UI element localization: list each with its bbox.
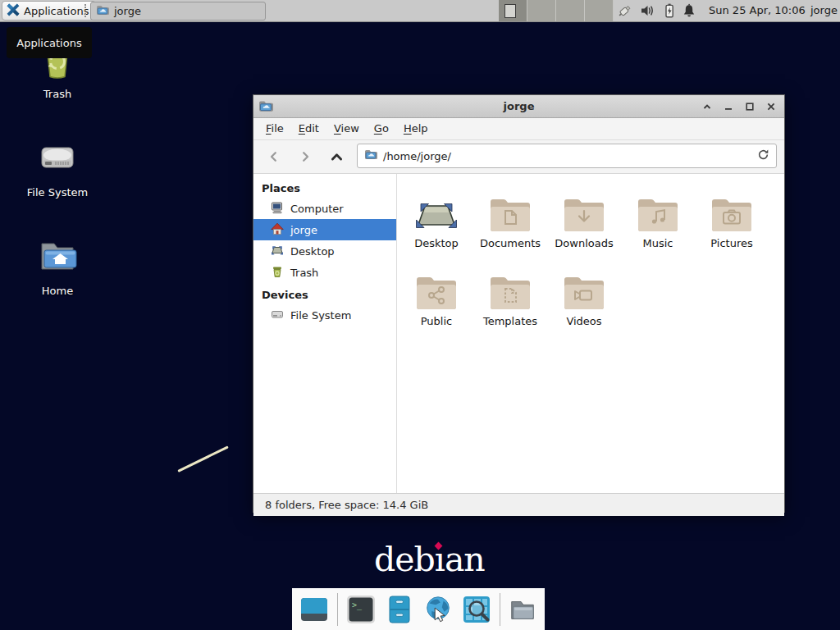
applications-menu-label: Applications [24,5,89,17]
file-item-label: Documents [480,237,541,249]
sidebar-item-label: File System [290,309,351,322]
applications-logo-icon [6,2,21,20]
statusbar: 8 folders, Free space: 14.4 GiB [253,493,784,516]
file-item-label: Desktop [414,237,459,249]
workspace-pager [499,0,614,21]
debian-logo-text: an [445,540,485,579]
sidebar-item-label: Desktop [290,245,335,258]
panel-handle[interactable] [84,4,86,17]
menu-view[interactable]: View [326,118,367,139]
forward-icon[interactable] [291,144,319,170]
desktop-icon-label: File System [27,186,88,199]
menu-go[interactable]: Go [367,118,396,139]
dock-separator [500,593,500,626]
titlebar[interactable]: jorge [253,95,784,118]
file-item-documents[interactable]: Documents [473,181,547,259]
home-folder-icon [36,235,79,281]
maximize-icon[interactable] [742,98,758,115]
home-icon [271,222,284,238]
minimize-icon[interactable] [720,98,737,115]
terminal-icon[interactable]: >_ [345,594,377,625]
panel-clock[interactable]: Sun 25 Apr, 10:06 [709,0,806,21]
pictures-folder-icon [710,181,753,234]
file-item-pictures[interactable]: Pictures [695,181,769,259]
trash-icon [271,265,284,281]
debian-logo-text: deb [374,540,435,579]
path-entry[interactable]: /home/jorge/ [357,144,777,168]
bell-icon[interactable] [681,2,697,19]
file-item-music[interactable]: Music [621,181,695,259]
menu-help[interactable]: Help [396,118,436,139]
path-folder-icon [364,148,377,164]
dock-separator [337,593,338,626]
desktop-icon-file-system[interactable]: File System [16,136,98,199]
file-item-label: Templates [483,315,537,327]
desktop-icon-label: Trash [43,88,71,100]
up-icon[interactable] [322,144,350,170]
file-item-downloads[interactable]: Downloads [547,181,621,259]
desktop-icon [271,244,284,259]
window-folder-icon [258,98,273,116]
svg-text:>_: >_ [352,600,363,610]
workspace-1[interactable] [499,0,527,21]
app-finder-icon[interactable] [461,594,492,625]
back-icon[interactable] [260,144,288,170]
shade-icon[interactable] [699,98,715,115]
sidebar-item-file-system[interactable]: File System [253,304,396,326]
reload-icon[interactable] [757,148,769,164]
menu-edit[interactable]: Edit [291,118,326,139]
workspace-2[interactable] [527,0,556,21]
toolbar: /home/jorge/ [253,140,784,174]
sidebar-item-computer[interactable]: Computer [253,198,396,219]
web-browser-icon[interactable] [422,594,454,625]
videos-folder-icon [563,259,605,312]
templates-folder-icon [489,259,532,312]
battery-icon[interactable] [661,2,678,19]
file-item-templates[interactable]: Templates [473,259,547,337]
volume-icon[interactable] [639,2,655,19]
show-desktop-icon[interactable] [299,594,330,625]
music-folder-icon [637,181,679,234]
menubar: File Edit View Go Help [253,118,784,140]
applications-menu-button[interactable]: Applications [2,1,96,21]
file-item-label: Downloads [555,237,613,249]
public-folder-icon [415,259,458,312]
sidebar-devices-header: Devices [253,285,396,304]
workspace-window-preview [504,4,516,18]
desktop-icon [415,181,458,234]
file-item-videos[interactable]: Videos [547,259,621,337]
sidebar-places-header: Places [253,179,396,198]
drive-icon [271,308,284,323]
file-item-desktop[interactable]: Desktop [399,181,473,259]
sidebar-item-trash[interactable]: Trash [253,262,396,283]
computer-icon [271,201,284,217]
menu-file[interactable]: File [258,118,291,139]
sidebar-item-label: Trash [290,267,318,279]
sidebar-item-label: Computer [290,203,344,215]
tooltip-text: Applications [16,37,81,49]
sidebar-item-jorge[interactable]: jorge [253,219,396,240]
file-item-public[interactable]: Public [399,259,473,337]
file-manager-window: jorge File Edit View Go Help [253,94,785,513]
documents-folder-icon [489,181,532,234]
debian-logo: debıan [374,540,485,579]
file-item-label: Pictures [710,237,752,249]
power-plug-icon[interactable] [617,2,633,19]
file-view: Desktop Documents [397,174,784,493]
applications-tooltip: Applications [7,27,92,58]
panel-user-menu[interactable]: jorge [810,0,838,21]
sidebar: Places Computer [253,174,397,493]
sidebar-item-desktop[interactable]: Desktop [253,240,396,262]
file-cabinet-icon[interactable] [384,594,415,625]
taskbar-window-button[interactable]: jorge [90,2,266,21]
close-icon[interactable] [763,98,779,115]
directory-menu-folder-icon[interactable] [508,594,538,625]
bottom-dock: >_ [292,588,545,630]
desktop-icon-home[interactable]: Home [16,235,98,297]
workspace-4[interactable] [585,0,614,21]
wallpaper-swirl-line [177,445,228,472]
downloads-folder-icon [563,181,605,234]
statusbar-text: 8 folders, Free space: 14.4 GiB [265,499,428,511]
file-item-label: Public [421,315,452,327]
workspace-3[interactable] [556,0,585,21]
